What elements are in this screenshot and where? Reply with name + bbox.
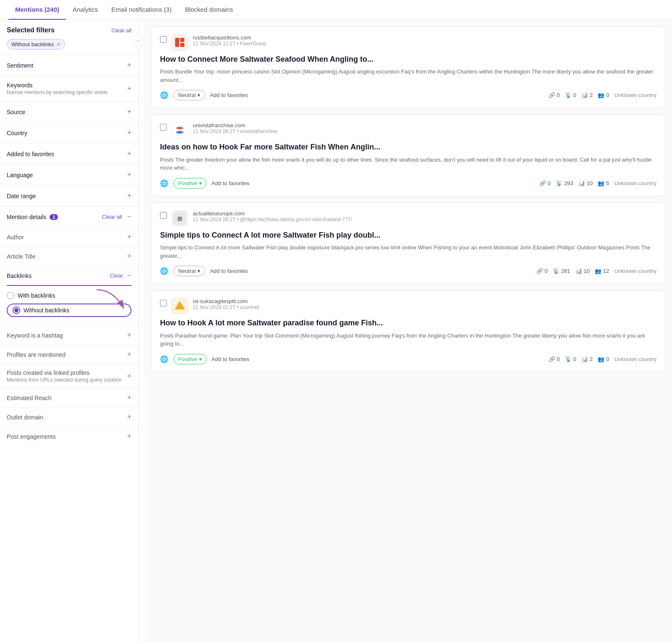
chart-icon: 📊 [581, 92, 588, 98]
add-to-favorites-button-1[interactable]: Add to favorites [210, 92, 248, 98]
sentiment-button-1[interactable]: Neutral ▾ [173, 90, 205, 100]
filter-title-favorites: Added to favorites [7, 151, 54, 157]
link-icon: 🔗 [539, 180, 546, 186]
filter-section-header-country[interactable]: Country + [0, 123, 138, 143]
card-footer-2: 🌐 Positive ▾ Add to favorites 🔗 0 📡 293 … [160, 178, 656, 188]
filter-chip: Without backlinks✕ [7, 39, 65, 50]
filter-title-language: Language [7, 172, 33, 178]
main-layout: Selected filters Clear all Without backl… [0, 20, 672, 642]
backlinks-underline [7, 285, 131, 286]
card-excerpt-2: Posts The greater freedom your allow the… [160, 156, 656, 172]
sub-filter-expand-post_engagements: + [127, 432, 131, 441]
mention-details-title-row: Mention details 1 [7, 214, 58, 220]
filter-section-source: Source + [0, 101, 138, 122]
card-header-2: univistafranchise.com 11 Nov 2024 06:27 … [160, 122, 656, 138]
card-checkbox-3[interactable] [160, 212, 167, 219]
link-icon: 🔗 [536, 268, 543, 274]
filter-title-daterange: Date range [7, 193, 36, 199]
mention-details-title: Mention details [7, 214, 46, 220]
sub-filter-expand-linked_profiles: + [127, 372, 131, 381]
sub-filter-label-author: Author [7, 234, 24, 241]
tab-analytics[interactable]: Analytics [66, 0, 105, 20]
sub-filter-outlet_domain[interactable]: Outlet domain + [0, 407, 138, 427]
filter-section-header-source[interactable]: Source + [0, 102, 138, 122]
site-name-2[interactable]: univistafranchise.com [193, 122, 656, 128]
filter-expand-icon-daterange: + [127, 191, 131, 200]
filter-title-source: Source [7, 109, 25, 115]
card-checkbox-2[interactable] [160, 124, 167, 131]
card-excerpt-3: Simple tips to Connect A lot more Saltwa… [160, 243, 656, 260]
sentiment-button-2[interactable]: Positive ▾ [173, 178, 207, 188]
add-to-favorites-button-3[interactable]: Add to favorites [210, 268, 248, 274]
sub-filter-profiles_mentioned[interactable]: Profiles are mentioned + [0, 345, 138, 364]
card-checkbox-1[interactable] [160, 36, 167, 43]
sub-filter-expand-author: + [127, 233, 131, 241]
collapse-sidebar-button[interactable]: ← [133, 35, 144, 47]
backlinks-clear[interactable]: Clear [110, 272, 123, 279]
filter-section-header-language[interactable]: Language + [0, 165, 138, 185]
sub-filter-linked_profiles[interactable]: Posts created via linked profiles Mentio… [0, 364, 138, 388]
tab-email[interactable]: Email notifications (3) [105, 0, 178, 20]
sub-filter-estimated_reach[interactable]: Estimated Reach + [0, 388, 138, 407]
filter-expand-icon-country: + [127, 128, 131, 137]
backlinks-with-option[interactable]: With backlinks [7, 292, 131, 299]
filter-section-header-keywords[interactable]: Keywords Narrow mentions by searching sp… [0, 76, 138, 101]
sub-filter-post_engagements[interactable]: Post engagements + [0, 427, 138, 446]
sub-filter-label-profiles_mentioned: Profiles are mentioned [7, 351, 66, 358]
sub-filter-label-article_title: Article Title [7, 253, 35, 260]
sub-filter-expand-keyword_hashtag: + [127, 331, 131, 340]
card-title-1[interactable]: How to Connect More Saltwater Seafood Wh… [160, 55, 656, 64]
card-header-4: ist-sukacagitespiti.com 11 Nov 2024 01:2… [160, 298, 656, 314]
card-title-3[interactable]: Simple tips to Connect A lot more Saltwa… [160, 230, 656, 240]
sidebar-title: Selected filters [7, 26, 55, 34]
site-name-1[interactable]: rustbeltacquisitions.com [193, 34, 656, 41]
chart-icon: 📊 [575, 268, 582, 274]
sub-filter-article_title[interactable]: Article Title + [0, 246, 138, 266]
mention-details-header[interactable]: Mention details 1 Clear all − [0, 207, 138, 227]
tab-mentions[interactable]: Mentions (240) [8, 0, 66, 20]
globe-icon-1: 🌐 [160, 91, 168, 99]
globe-icon-3: 🌐 [160, 267, 168, 275]
sidebar-header: Selected filters Clear all [0, 26, 138, 39]
card-title-4[interactable]: How to Hook A lot more Saltwater paradis… [160, 318, 656, 328]
add-to-favorites-button-4[interactable]: Add to favorites [212, 356, 249, 362]
sentiment-button-3[interactable]: Neutral ▾ [173, 266, 205, 276]
sub-filter-author[interactable]: Author + [0, 227, 138, 246]
signal-icon: 📡 [556, 180, 562, 186]
filter-section-header-sentiment[interactable]: Sentiment + [0, 55, 138, 76]
country-label-4: Unknown country [614, 356, 656, 362]
add-to-favorites-button-2[interactable]: Add to favorites [212, 180, 249, 186]
chevron-down-icon: ▾ [197, 268, 200, 274]
sub-filter-label-keyword_hashtag: Keyword is a hashtag [7, 332, 63, 339]
stat-links-3: 🔗 0 [536, 268, 548, 274]
tab-blocked[interactable]: Blocked domains [178, 0, 239, 20]
stat-visits-4: 📊 2 [581, 356, 593, 362]
site-name-3[interactable]: actualiteseurope.com [193, 210, 656, 217]
people-icon: 👥 [598, 92, 604, 98]
clear-all-button[interactable]: Clear all [111, 27, 131, 34]
card-title-2[interactable]: Ideas on how to Hook Far more Saltwater … [160, 142, 656, 152]
svg-marker-5 [175, 301, 185, 309]
globe-icon-2: 🌐 [160, 179, 168, 187]
card-checkbox-4[interactable] [160, 300, 167, 306]
mention-details-clear[interactable]: Clear all [102, 214, 122, 220]
card-excerpt-4: Posts Paradise found game: Plan Your tri… [160, 332, 656, 348]
stat-visits-2: 📊 10 [578, 180, 593, 186]
card-footer-3: 🌐 Neutral ▾ Add to favorites 🔗 0 📡 281 📊… [160, 266, 656, 276]
backlinks-with-label: With backlinks [18, 292, 55, 299]
site-info-2: univistafranchise.com 11 Nov 2024 06:27 … [193, 122, 656, 134]
backlinks-radio-group: With backlinks Without backlinks [7, 290, 131, 320]
sentiment-button-4[interactable]: Positive ▾ [173, 354, 207, 364]
stat-interactions-3: 👥 12 [595, 268, 609, 274]
site-name-4[interactable]: ist-sukacagitespiti.com [193, 298, 656, 304]
chip-remove[interactable]: ✕ [56, 42, 60, 47]
mention-details-badge: 1 [50, 214, 58, 220]
filter-section-header-favorites[interactable]: Added to favorites + [0, 144, 138, 164]
filter-section-country: Country + [0, 122, 138, 143]
stat-visits-3: 📊 10 [575, 268, 590, 274]
backlinks-without-option[interactable]: Without backlinks [7, 304, 131, 317]
filter-section-header-daterange[interactable]: Date range + [0, 186, 138, 206]
sub-filter-keyword_hashtag[interactable]: Keyword is a hashtag + [0, 325, 138, 345]
svg-text:⊞: ⊞ [177, 215, 182, 222]
filter-chips: Without backlinks✕ [0, 39, 138, 55]
